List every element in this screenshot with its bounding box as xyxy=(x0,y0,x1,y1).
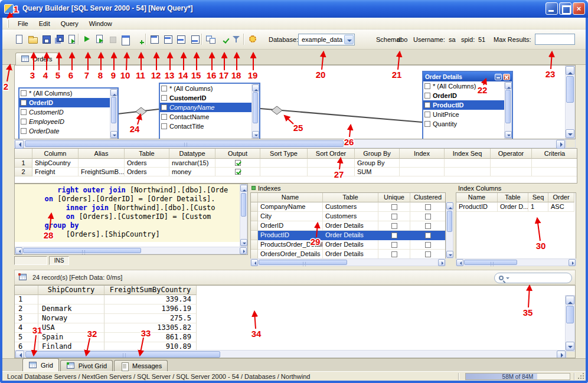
checkbox[interactable] xyxy=(161,95,167,101)
vertical-scrollbar[interactable] xyxy=(446,202,453,258)
menu-query[interactable]: Query xyxy=(55,18,84,29)
scroll-thumb[interactable] xyxy=(241,193,246,217)
scroll-left-icon[interactable] xyxy=(456,259,463,266)
vertical-scrollbar[interactable] xyxy=(110,89,117,139)
unique-checkbox[interactable] xyxy=(391,223,397,229)
output-cell[interactable] xyxy=(215,159,260,168)
index-table-cell[interactable]: Order Details xyxy=(323,250,378,259)
column-row[interactable]: EmployeeID xyxy=(19,117,110,126)
grid-cell[interactable]: money xyxy=(169,168,215,176)
scroll-right-icon[interactable] xyxy=(569,259,576,266)
clustered-cell[interactable] xyxy=(410,202,446,212)
clustered-checkbox[interactable] xyxy=(425,251,431,257)
grid-cell[interactable] xyxy=(491,159,532,168)
checkbox[interactable] xyxy=(424,93,430,99)
checkbox[interactable] xyxy=(161,114,167,120)
unique-checkbox[interactable] xyxy=(391,251,397,257)
maximize-button[interactable] xyxy=(559,2,571,15)
clustered-checkbox[interactable] xyxy=(425,214,431,220)
grid-cell[interactable]: ShipCountry xyxy=(32,159,79,168)
checkbox[interactable] xyxy=(424,121,430,127)
menu-file[interactable]: File xyxy=(12,18,34,29)
scroll-up-icon[interactable] xyxy=(446,202,453,209)
scroll-thumb[interactable] xyxy=(505,90,511,123)
execute-button[interactable] xyxy=(80,32,93,45)
toggle-diagram-pane-button[interactable] xyxy=(148,32,161,45)
ship-country-cell[interactable]: Spain xyxy=(38,333,104,342)
grid-cell[interactable]: Orders xyxy=(125,168,169,176)
column-row[interactable]: Quantity xyxy=(423,119,504,129)
export-button[interactable] xyxy=(65,32,78,45)
max-results-input[interactable] xyxy=(535,34,575,45)
grid-cell[interactable] xyxy=(308,168,355,176)
menu-window[interactable]: Window xyxy=(84,18,117,29)
clustered-cell[interactable] xyxy=(410,221,446,231)
grid-cell[interactable]: ProductID xyxy=(456,202,498,212)
ship-country-cell[interactable]: Denmark xyxy=(38,305,104,314)
clustered-checkbox[interactable] xyxy=(425,223,431,229)
scroll-up-icon[interactable] xyxy=(110,89,117,96)
unique-cell[interactable] xyxy=(378,221,410,231)
column-row[interactable]: * (All Columns) xyxy=(19,89,110,98)
row-selector[interactable] xyxy=(251,221,258,231)
sql-preview-button[interactable] xyxy=(119,32,132,45)
grid-cell[interactable]: Orders xyxy=(125,159,169,168)
scroll-up-icon[interactable] xyxy=(566,66,574,75)
unique-cell[interactable] xyxy=(378,240,410,250)
index-name-cell[interactable]: City xyxy=(258,212,323,221)
column-row[interactable]: CompanyName xyxy=(160,103,251,112)
grid-cell[interactable]: Freight xyxy=(32,168,79,176)
index-table-cell[interactable]: Customers xyxy=(323,202,378,212)
column-row[interactable]: ProductID xyxy=(423,100,504,110)
toggle-results-pane-button[interactable] xyxy=(188,32,201,45)
grid-cell[interactable] xyxy=(532,159,577,168)
add-table-button[interactable] xyxy=(132,32,145,45)
checkbox[interactable] xyxy=(21,128,27,134)
row-selector[interactable] xyxy=(251,250,258,259)
clustered-checkbox[interactable] xyxy=(425,242,431,248)
index-name-cell[interactable]: ProductID xyxy=(258,231,323,240)
grid-cell[interactable] xyxy=(445,168,491,176)
scroll-thumb[interactable] xyxy=(25,351,220,358)
checkbox[interactable] xyxy=(21,119,27,125)
row-selector[interactable] xyxy=(251,202,258,212)
row-selector[interactable] xyxy=(251,240,258,250)
scroll-thumb[interactable] xyxy=(464,260,517,265)
scroll-right-icon[interactable] xyxy=(438,259,445,266)
index-table-cell[interactable]: Customers xyxy=(323,212,378,221)
unique-cell[interactable] xyxy=(378,231,410,240)
unique-cell[interactable] xyxy=(378,212,410,221)
scroll-left-icon[interactable] xyxy=(251,259,258,266)
output-cell[interactable] xyxy=(215,168,260,176)
column-row[interactable]: CustomerID xyxy=(19,107,110,117)
grid-cell[interactable] xyxy=(400,159,445,168)
grid-cell[interactable]: 1 xyxy=(528,202,548,212)
unique-checkbox[interactable] xyxy=(391,242,397,248)
tab-orders[interactable]: Orders xyxy=(15,53,58,65)
scroll-down-icon[interactable] xyxy=(505,131,512,138)
grid-cell[interactable] xyxy=(400,168,445,176)
column-row[interactable]: OrderDate xyxy=(19,126,110,136)
scroll-down-icon[interactable] xyxy=(110,131,117,138)
checkbox[interactable] xyxy=(161,104,167,110)
customers-table-window[interactable]: * (All Columns)CustomerIDCompanyNameCont… xyxy=(159,83,260,139)
new-query-button[interactable] xyxy=(12,32,25,45)
resize-grip[interactable] xyxy=(577,372,584,379)
freight-cell[interactable]: 1396.19 xyxy=(104,305,197,314)
index-table-cell[interactable]: Order Details xyxy=(323,221,378,231)
tab-messages[interactable]: Messages xyxy=(114,360,168,371)
checkbox[interactable] xyxy=(424,83,430,89)
horizontal-scrollbar[interactable] xyxy=(456,258,576,266)
distinct-button[interactable] xyxy=(217,32,230,45)
vertical-scrollbar[interactable] xyxy=(565,295,575,351)
scroll-down-icon[interactable] xyxy=(252,131,259,138)
grid-cell[interactable] xyxy=(445,159,491,168)
column-row[interactable]: * (All Columns) xyxy=(423,81,504,91)
sql-editor[interactable]: right outer join [Northwind].[dbo].[Orde… xyxy=(14,184,248,255)
index-table-cell[interactable]: Order Details xyxy=(323,231,378,240)
checkbox[interactable] xyxy=(161,86,167,91)
join-diamond-icon[interactable] xyxy=(272,106,282,114)
clustered-cell[interactable] xyxy=(410,250,446,259)
unique-checkbox[interactable] xyxy=(391,233,397,238)
chevron-down-icon[interactable] xyxy=(506,277,509,281)
